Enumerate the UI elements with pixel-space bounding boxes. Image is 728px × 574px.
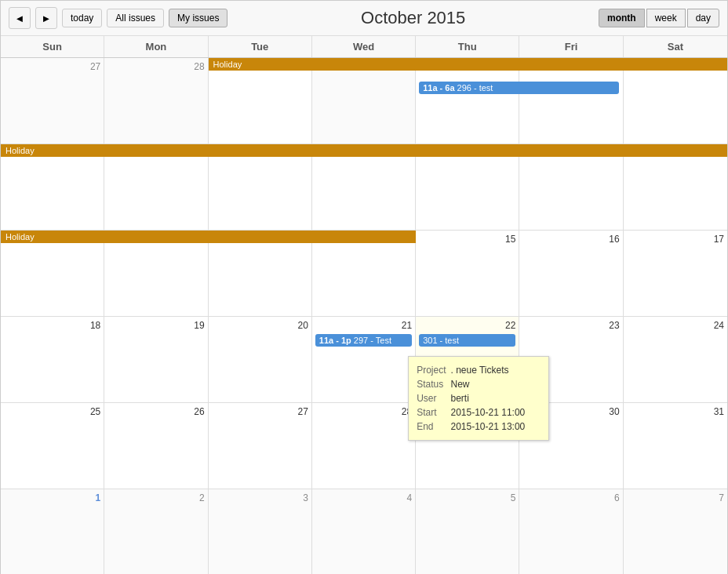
tooltip-row-status: Status New [417,377,530,391]
cal-cell-week4-tue[interactable]: 20 [209,317,312,402]
cal-cell-week1-wed[interactable]: 30 [312,58,416,144]
cell-num: 18 [4,320,100,331]
cal-cell-week2-wed[interactable]: 7 [312,144,416,230]
cal-cell-week4-sat[interactable]: 24 [624,317,727,402]
cell-num: 4 [315,492,412,503]
cal-cell-week4-sun[interactable]: 18 [1,317,104,402]
cal-cell-week6-fri[interactable]: 6 [519,489,623,574]
cal-cell-week5-sat[interactable]: 31 [624,403,727,489]
cal-cell-week3-sun[interactable]: 11 [1,231,104,316]
cal-cell-week2-thu[interactable]: 8 [416,144,519,230]
view-switcher: month week day [599,9,719,27]
cal-cell-week4-mon[interactable]: 19 [104,317,208,402]
tooltip-key: Status [417,377,450,391]
prev-button[interactable]: ◄ [9,7,31,29]
tooltip-key: End [417,420,450,434]
cal-cell-week3-tue[interactable]: 13 [209,231,312,316]
cal-cell-week6-thu[interactable]: 5 [416,489,519,574]
week-row-6: 1 2 3 4 5 6 7 [1,489,727,574]
cell-num: 21 [315,320,412,331]
cell-num: 7 [627,492,724,503]
tooltip-value: 2015-10-21 13:00 [451,420,530,434]
day-view-button[interactable]: day [687,9,719,27]
cal-cell-week1-sun[interactable]: 27 [1,58,104,144]
cell-num: 27 [212,406,308,417]
cell-num: 28 [315,406,412,417]
tooltip-value: . neue Tickets [451,363,530,377]
cell-num: 25 [4,406,100,417]
cal-cell-week4-wed[interactable]: 21 11a - 1p 297 - Test [312,317,416,402]
cal-cell-week3-sat[interactable]: 17 [624,231,727,316]
cal-cell-week5-wed[interactable]: 28 [312,403,416,489]
cell-num: 6 [522,492,619,503]
cal-cell-week6-tue[interactable]: 3 [209,489,312,574]
week-view-button[interactable]: week [646,9,686,27]
day-header-thu: Thu [416,36,519,57]
cal-cell-week2-mon[interactable]: 5 [104,144,208,230]
holiday-bar-week1: Holiday [209,58,727,71]
week-row-3: Holiday 11 12 13 14 15 16 17 [1,231,727,317]
cal-cell-week3-mon[interactable]: 12 [104,231,208,316]
day-header-mon: Mon [104,36,208,57]
cell-num: 28 [107,61,204,72]
cal-cell-week6-sun[interactable]: 1 [1,489,104,574]
cell-num: 24 [627,320,724,331]
cal-cell-week2-sun[interactable]: 4 [1,144,104,230]
month-view-button[interactable]: month [599,9,645,27]
all-issues-button[interactable]: All issues [107,9,164,27]
cell-num: 16 [522,234,619,245]
day-header-sun: Sun [1,36,104,57]
calendar-grid: Holiday 27 28 29 30 1 11a - 6a 296 - tes… [1,58,727,574]
cal-cell-week1-fri[interactable]: 2 [519,58,623,144]
cell-num: 22 [419,320,515,331]
cal-cell-week3-wed[interactable]: 14 [312,231,416,316]
tooltip-value: berti [451,391,530,405]
tooltip-value: New [451,377,530,391]
my-issues-button[interactable]: My issues [169,9,228,27]
event-tooltip: Project . neue Tickets Status New User b… [408,356,549,441]
cell-num: 26 [107,406,204,417]
cell-num: 27 [4,61,100,72]
cal-cell-week1-sat[interactable]: 3 [624,58,727,144]
event-301[interactable]: 301 - test [419,334,515,347]
cell-num: 20 [212,320,308,331]
header-left: ◄ ► today All issues My issues [9,7,228,29]
cal-cell-week2-fri[interactable]: 9 [519,144,623,230]
week-row-1: Holiday 27 28 29 30 1 11a - 6a 296 - tes… [1,58,727,144]
calendar-header: ◄ ► today All issues My issues October 2… [1,1,727,36]
day-header-tue: Tue [209,36,312,57]
holiday-bar-week2: Holiday [1,144,727,157]
cal-cell-week5-tue[interactable]: 27 [209,403,312,489]
day-header-wed: Wed [312,36,416,57]
tooltip-key: User [417,391,450,405]
cal-cell-week6-sat[interactable]: 7 [624,489,727,574]
next-button[interactable]: ► [35,7,57,29]
cal-cell-week1-tue[interactable]: 29 [209,58,312,144]
tooltip-row-user: User berti [417,391,530,405]
cell-num: 15 [419,234,515,245]
cal-cell-week1-thu[interactable]: 1 11a - 6a 296 - test [416,58,519,144]
cal-cell-week4-thu[interactable]: 22 301 - test Project . neue Tickets Sta… [416,317,519,402]
tooltip-row-start: Start 2015-10-21 11:00 [417,405,530,420]
cal-cell-week2-sat[interactable]: 10 [624,144,727,230]
tooltip-key: Start [417,405,450,420]
cal-cell-week5-mon[interactable]: 26 [104,403,208,489]
event-296[interactable]: 11a - 6a 296 - test [419,82,619,94]
cal-cell-week6-mon[interactable]: 2 [104,489,208,574]
cal-cell-week6-wed[interactable]: 4 [312,489,416,574]
cal-cell-week3-fri[interactable]: 16 [519,231,623,316]
cal-cell-week5-sun[interactable]: 25 [1,403,104,489]
event-297[interactable]: 11a - 1p 297 - Test [315,334,412,347]
calendar-title-container: October 2015 [228,8,599,28]
calendar-container: ◄ ► today All issues My issues October 2… [0,0,728,574]
today-button[interactable]: today [62,9,102,27]
cell-num: 19 [107,320,204,331]
cal-cell-week3-thu[interactable]: 15 [416,231,519,316]
days-of-week-header: Sun Mon Tue Wed Thu Fri Sat [1,36,727,58]
cal-cell-week2-tue[interactable]: 6 [209,144,312,230]
day-header-sat: Sat [624,36,727,57]
calendar-title: October 2015 [228,8,599,28]
week-row-5: 25 26 27 28 29 30 31 [1,403,727,489]
cal-cell-week1-mon[interactable]: 28 [104,58,208,144]
week-row-4: 18 19 20 21 11a - 1p 297 - Test 22 301 -… [1,317,727,403]
